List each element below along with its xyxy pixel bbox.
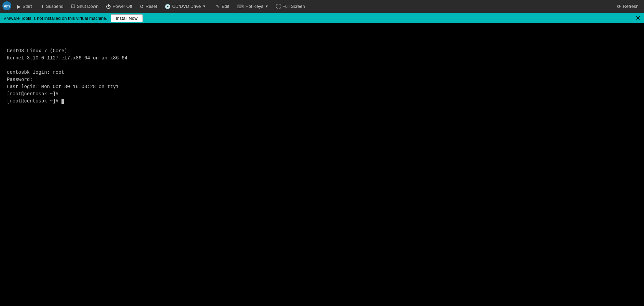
- terminal-line-6: Last login: Mon Oct 30 16:03:28 on tty1: [7, 83, 637, 91]
- reset-icon: ↺: [140, 4, 144, 9]
- terminal-line-7: [root@centosbk ~]#: [7, 91, 637, 98]
- power-off-icon: ⏻: [106, 4, 111, 9]
- suspend-icon: ⏸: [39, 4, 44, 9]
- terminal-line-3: [7, 62, 637, 69]
- power-off-button[interactable]: ⏻ Power Off: [102, 2, 136, 10]
- notification-text: VMware Tools is not installed on this vi…: [3, 16, 107, 21]
- hot-keys-button[interactable]: ⌨ Hot Keys ▼: [233, 2, 272, 10]
- edit-icon: ✎: [216, 4, 220, 9]
- cd-dvd-icon: 💿: [165, 4, 170, 9]
- full-screen-icon: ⛶: [276, 4, 281, 9]
- terminal-line-0: [7, 40, 637, 47]
- start-icon: ▶: [17, 4, 21, 9]
- hot-keys-icon: ⌨: [237, 4, 244, 9]
- notification-bar: VMware Tools is not installed on this vi…: [0, 13, 644, 23]
- refresh-button[interactable]: ⟳ Refresh: [614, 2, 642, 10]
- terminal-line-5: Password:: [7, 76, 637, 83]
- toolbar: vm ▶ Start ⏸ Suspend ☐ Shut Down ⏻ Power…: [0, 0, 644, 13]
- edit-button[interactable]: ✎ Edit: [213, 2, 233, 10]
- svg-text:vm: vm: [4, 4, 10, 9]
- install-now-button[interactable]: Install Now: [111, 14, 143, 22]
- shut-down-icon: ☐: [71, 4, 75, 9]
- toolbar-separator-1: [211, 3, 211, 10]
- start-button[interactable]: ▶ Start: [14, 2, 35, 10]
- suspend-button[interactable]: ⏸ Suspend: [36, 2, 67, 10]
- cd-dvd-drive-button[interactable]: 💿 CD/DVD Drive ▼: [161, 2, 209, 10]
- full-screen-button[interactable]: ⛶ Full Screen: [273, 2, 309, 10]
- hot-keys-arrow-icon: ▼: [265, 4, 269, 8]
- vm-screen[interactable]: CentOS Linux 7 (Core) Kernel 3.10.0-1127…: [0, 23, 644, 306]
- refresh-icon: ⟳: [617, 4, 621, 9]
- shut-down-button[interactable]: ☐ Shut Down: [68, 2, 102, 10]
- notification-close-button[interactable]: ✕: [635, 15, 641, 21]
- terminal-line-1: CentOS Linux 7 (Core): [7, 47, 637, 55]
- terminal-line-8: [root@centosbk ~]#: [7, 98, 637, 105]
- cd-dvd-arrow-icon: ▼: [203, 4, 206, 8]
- terminal-line-4: centosbk login: root: [7, 69, 637, 76]
- vmware-logo: vm: [2, 1, 12, 12]
- terminal-line-2: Kernel 3.10.0-1127.el7.x86_64 on an x86_…: [7, 55, 637, 62]
- terminal-cursor: [61, 99, 64, 104]
- terminal-content: CentOS Linux 7 (Core) Kernel 3.10.0-1127…: [0, 40, 644, 105]
- reset-button[interactable]: ↺ Reset: [136, 2, 161, 10]
